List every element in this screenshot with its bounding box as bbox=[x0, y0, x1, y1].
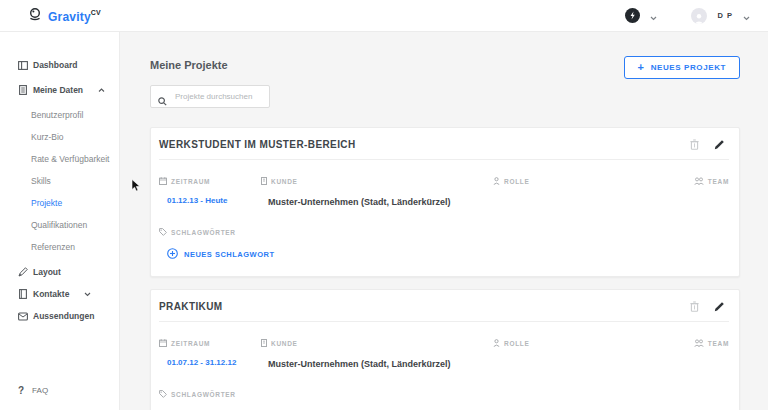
sidebar-item-label: Aussendungen bbox=[33, 311, 94, 321]
plus-circle-icon bbox=[167, 248, 178, 261]
tag-icon bbox=[159, 390, 167, 399]
sidebar-item-aussendungen[interactable]: Aussendungen bbox=[0, 305, 119, 327]
document-icon bbox=[18, 85, 28, 95]
sidebar-item-benutzerprofil[interactable]: Benutzerprofil bbox=[0, 104, 119, 126]
topbar: GravityCV D P bbox=[0, 0, 768, 32]
sidebar-item-referenzen[interactable]: Referenzen bbox=[0, 236, 119, 258]
delete-icon[interactable] bbox=[690, 139, 699, 150]
sidebar-item-label: Dashboard bbox=[33, 60, 77, 70]
question-mark-icon: ? bbox=[18, 385, 24, 396]
zeitraum-label: ZEITRAUM bbox=[159, 177, 210, 186]
calendar-icon bbox=[159, 339, 167, 348]
new-project-button[interactable]: + NEUES PROJEKT bbox=[624, 56, 740, 79]
zeitraum-label: ZEITRAUM bbox=[159, 339, 210, 348]
zeitraum-value[interactable]: 01.07.12 - 31.12.12 bbox=[167, 358, 261, 367]
project-card: WERKSTUDENT IM MUSTER-BEREICH bbox=[150, 127, 740, 277]
kunde-label: KUNDE bbox=[261, 339, 298, 348]
edit-pencil-icon[interactable] bbox=[714, 139, 725, 150]
gravitycv-logo-icon bbox=[28, 7, 42, 25]
team-label: TEAM bbox=[694, 339, 729, 348]
project-title: PRAKTIKUM bbox=[159, 301, 223, 312]
search-icon bbox=[158, 92, 167, 110]
sidebar-item-label: Meine Daten bbox=[33, 85, 83, 95]
sidebar-item-skills[interactable]: Skills bbox=[0, 170, 119, 192]
dashboard-icon bbox=[18, 61, 28, 70]
team-icon bbox=[694, 339, 704, 348]
sidebar-item-kurz-bio[interactable]: Kurz-Bio bbox=[0, 126, 119, 148]
search-input[interactable] bbox=[150, 85, 270, 108]
language-chevron-down-icon[interactable] bbox=[650, 7, 657, 25]
contacts-icon bbox=[18, 289, 28, 299]
building-icon bbox=[261, 177, 267, 186]
chevron-up-icon bbox=[98, 85, 105, 95]
sidebar-item-kontakte[interactable]: Kontakte bbox=[0, 283, 119, 305]
sidebar: Dashboard Meine Daten Benutzerprofil Kur… bbox=[0, 32, 120, 410]
brand-name: Gravity bbox=[48, 10, 91, 24]
main-content: Meine Projekte + NEUES PROJEKT WERKSTUDE… bbox=[120, 32, 768, 410]
sidebar-item-qualifikationen[interactable]: Qualifikationen bbox=[0, 214, 119, 236]
kunde-label: KUNDE bbox=[261, 177, 298, 186]
calendar-icon bbox=[159, 177, 167, 186]
team-icon bbox=[694, 177, 704, 186]
building-icon bbox=[261, 339, 267, 348]
sidebar-item-dashboard[interactable]: Dashboard bbox=[0, 54, 119, 76]
project-card: PRAKTIKUM bbox=[150, 289, 740, 410]
schlagwoerter-label: SCHLAGWÖRTER bbox=[159, 390, 236, 399]
brand-suffix: CV bbox=[91, 8, 101, 15]
zeitraum-value[interactable]: 01.12.13 - Heute bbox=[167, 196, 261, 205]
sidebar-item-rate-verfuegbarkeit[interactable]: Rate & Verfügbarkeit bbox=[0, 148, 119, 170]
kunde-value[interactable]: Muster-Unternehmen (Stadt, Länderkürzel) bbox=[268, 197, 493, 207]
plus-icon: + bbox=[638, 62, 645, 73]
app-logo[interactable]: GravityCV bbox=[28, 7, 101, 25]
kunde-value[interactable]: Muster-Unternehmen (Stadt, Länderkürzel) bbox=[268, 359, 493, 369]
sidebar-item-meine-daten[interactable]: Meine Daten bbox=[0, 79, 119, 101]
tag-icon bbox=[159, 228, 167, 237]
user-menu-chevron-down-icon[interactable] bbox=[743, 7, 750, 25]
person-icon bbox=[493, 339, 500, 348]
language-flag-icon[interactable] bbox=[625, 8, 640, 23]
sidebar-item-label: Kontakte bbox=[33, 289, 69, 299]
rolle-label: ROLLE bbox=[493, 177, 530, 186]
faq-label: FAQ bbox=[32, 386, 48, 395]
sidebar-item-faq[interactable]: ? FAQ bbox=[18, 385, 48, 396]
project-title: WERKSTUDENT IM MUSTER-BEREICH bbox=[159, 139, 356, 150]
user-avatar[interactable] bbox=[691, 8, 707, 24]
send-icon bbox=[18, 312, 28, 321]
sidebar-item-layout[interactable]: Layout bbox=[0, 261, 119, 283]
user-initials: D P bbox=[717, 11, 733, 20]
edit-pencil-icon[interactable] bbox=[714, 301, 725, 312]
sidebar-item-projekte[interactable]: Projekte bbox=[0, 192, 119, 214]
person-icon bbox=[493, 177, 500, 186]
delete-icon[interactable] bbox=[690, 301, 699, 312]
rolle-label: ROLLE bbox=[493, 339, 530, 348]
schlagwoerter-label: SCHLAGWÖRTER bbox=[159, 228, 236, 237]
team-label: TEAM bbox=[694, 177, 729, 186]
pen-icon bbox=[18, 267, 28, 277]
sidebar-item-label: Layout bbox=[33, 267, 61, 277]
page-title: Meine Projekte bbox=[150, 56, 228, 71]
add-tag-button[interactable]: NEUES SCHLAGWORT bbox=[167, 248, 275, 261]
chevron-down-icon bbox=[84, 289, 91, 299]
